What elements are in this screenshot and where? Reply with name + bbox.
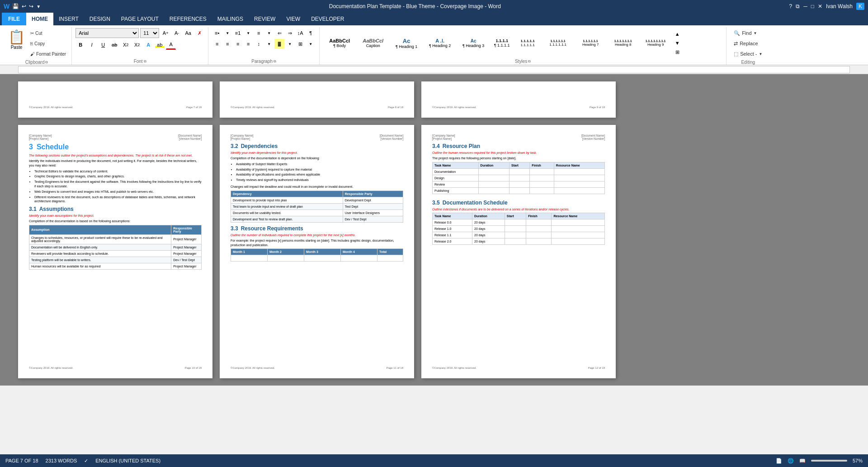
paragraph-content: ≡• ▼ ≡1 ▼ ≡ ▼ ⇐ ⇒ ↕A ¶ ≡ ≡ ≡ ≡ ↕ ▼ ▓ ▼ ⊞: [212, 28, 316, 58]
style-heading3[interactable]: Ac ¶ Heading 3: [457, 29, 490, 57]
maximize-icon[interactable]: □: [811, 3, 814, 10]
bold-button[interactable]: B: [75, 40, 85, 50]
multilevel-list-button[interactable]: ≡: [254, 28, 264, 38]
underline-button[interactable]: U: [98, 40, 108, 50]
table-row: Documents will be usability tested. User…: [231, 210, 403, 216]
tab-file[interactable]: FILE: [2, 13, 26, 25]
replace-button[interactable]: ⇄ Replace: [730, 38, 761, 48]
shading-dropdown[interactable]: ▼: [285, 39, 295, 49]
change-case-button[interactable]: Aa: [183, 28, 193, 38]
style-h8[interactable]: 1.1.1.1.1.1.1 Heading 8: [607, 29, 639, 57]
align-center-button[interactable]: ≡: [222, 39, 232, 49]
tab-developer[interactable]: DEVELOPER: [306, 13, 349, 25]
align-left-button[interactable]: ≡: [212, 39, 222, 49]
help-icon[interactable]: ?: [789, 3, 793, 10]
title-bar-right: ? ⧉ ─ □ ✕ Ivan Walsh K: [789, 3, 864, 10]
copy-button[interactable]: ⎘ Copy: [28, 38, 68, 48]
view-web-icon[interactable]: 🌐: [788, 458, 794, 464]
paragraph-expand-icon[interactable]: ⧉: [274, 59, 276, 64]
styles-expand-icon[interactable]: ⧉: [528, 59, 531, 64]
line-spacing-button[interactable]: ↕: [254, 39, 264, 49]
page-column-3: ©Company 2019. All rights reserved. Page…: [421, 81, 616, 378]
style-11[interactable]: 1.1.1.1 ¶ 1.1.1.1: [491, 29, 513, 57]
subscript-button[interactable]: X2: [121, 40, 131, 50]
tab-design[interactable]: DESIGN: [84, 13, 116, 25]
tab-references[interactable]: REFERENCES: [164, 13, 212, 25]
save-icon[interactable]: 💾: [12, 3, 19, 10]
tab-page-layout[interactable]: PAGE LAYOUT: [116, 13, 164, 25]
project-name-11: [Project Name]: [231, 137, 254, 140]
styles-scroll-down[interactable]: ▼: [672, 39, 682, 47]
style-caption[interactable]: AaBbCcl Caption: [357, 29, 389, 57]
style-heading1[interactable]: Ac ¶ Heading 1: [390, 29, 423, 57]
font-size-select[interactable]: 11: [140, 28, 159, 38]
customize-icon[interactable]: ▼: [36, 4, 41, 9]
find-button[interactable]: 🔍 Find ▼: [730, 28, 760, 38]
view-print-icon[interactable]: 📄: [776, 458, 782, 464]
spelling-icon[interactable]: ✓: [84, 458, 88, 464]
schedule-italic: The following sections outline the proje…: [29, 154, 202, 157]
font-color-button[interactable]: A: [166, 40, 176, 50]
align-right-button[interactable]: ≡: [233, 39, 243, 49]
zoom-slider[interactable]: [811, 460, 847, 462]
text-effects-button[interactable]: A: [143, 40, 153, 50]
deps-table: Dependency Responsible Party Development…: [231, 191, 403, 223]
style-heading2[interactable]: A .l. ¶ Heading 2: [424, 29, 456, 57]
line-spacing-dropdown[interactable]: ▼: [264, 39, 274, 49]
style-h9[interactable]: 1.1.1.1.1.1.1.1 Heading 9: [640, 29, 671, 57]
font-shrink-button[interactable]: A-: [172, 28, 182, 38]
text-highlight-button[interactable]: ab: [155, 40, 165, 50]
editing-content: 🔍 Find ▼ ⇄ Replace ⬚ Select - ▼: [730, 28, 766, 59]
redo-icon[interactable]: ↪: [29, 3, 33, 10]
font-family-select[interactable]: Arial: [75, 28, 139, 38]
increase-indent-button[interactable]: ⇒: [285, 28, 295, 38]
tab-view[interactable]: VIEW: [281, 13, 306, 25]
bullets-dropdown[interactable]: ▼: [222, 28, 232, 38]
shading-button[interactable]: ▓: [274, 39, 284, 49]
style-11111[interactable]: 1.1.1.1.1.1 1.1.1.1.1.1: [542, 29, 574, 57]
user-name: Ivan Walsh: [826, 3, 853, 10]
clipboard-expand-icon[interactable]: ⧉: [45, 60, 48, 65]
tab-review[interactable]: REVIEW: [249, 13, 281, 25]
cut-button[interactable]: ✂ Cut: [28, 28, 68, 38]
tab-insert[interactable]: INSERT: [53, 13, 84, 25]
borders-dropdown[interactable]: ▼: [306, 39, 316, 49]
select-button[interactable]: ⬚ Select - ▼: [730, 49, 766, 59]
format-painter-label: Format Painter: [36, 52, 66, 57]
justify-button[interactable]: ≡: [243, 39, 253, 49]
close-icon[interactable]: ✕: [818, 3, 822, 10]
version-10: [Version Number]: [178, 137, 202, 140]
section33-title: Resource Requirements: [241, 225, 303, 232]
clear-formatting-button[interactable]: ✗: [194, 28, 204, 38]
format-painter-button[interactable]: 🖌 Format Painter: [28, 49, 68, 59]
sort-button[interactable]: ↕A: [295, 28, 305, 38]
page-12-footer: ©Company 2019. All rights reserved. Page…: [432, 363, 605, 369]
bullets-button[interactable]: ≡•: [212, 28, 222, 38]
show-marks-button[interactable]: ¶: [306, 28, 316, 38]
undo-icon[interactable]: ↩: [22, 3, 26, 10]
multilevel-dropdown[interactable]: ▼: [264, 28, 274, 38]
view-read-icon[interactable]: 📖: [799, 458, 806, 464]
table-row: Publishing: [433, 187, 605, 194]
styles-more[interactable]: ⊞: [672, 48, 682, 56]
italic-button[interactable]: I: [87, 40, 97, 50]
restore-icon[interactable]: ⧉: [796, 3, 800, 10]
style-body[interactable]: AaBbCcl ¶ Body: [323, 29, 356, 57]
superscript-button[interactable]: X2: [132, 40, 142, 50]
style-1111[interactable]: 1.1.1.1.1 1.1.1.1.1: [514, 29, 541, 57]
style-h7[interactable]: 1.1.1.1.1.1 Heading 7: [575, 29, 606, 57]
font-grow-button[interactable]: A+: [160, 28, 170, 38]
borders-button[interactable]: ⊞: [295, 39, 305, 49]
numbering-button[interactable]: ≡1: [233, 28, 243, 38]
decrease-indent-button[interactable]: ⇐: [274, 28, 284, 38]
editing-group-label: Editing: [730, 60, 766, 65]
font-expand-icon[interactable]: ⧉: [144, 59, 146, 64]
numbering-dropdown[interactable]: ▼: [243, 28, 253, 38]
deps-note: Changes will impact the deadline and cou…: [231, 185, 403, 189]
paste-button[interactable]: 📋 Paste: [5, 28, 28, 51]
styles-scroll-up[interactable]: ▲: [672, 30, 682, 38]
tab-mailings[interactable]: MAILINGS: [212, 13, 249, 25]
strikethrough-button[interactable]: ab: [109, 40, 119, 50]
minimize-icon[interactable]: ─: [803, 3, 807, 10]
tab-home[interactable]: HOME: [26, 13, 53, 25]
